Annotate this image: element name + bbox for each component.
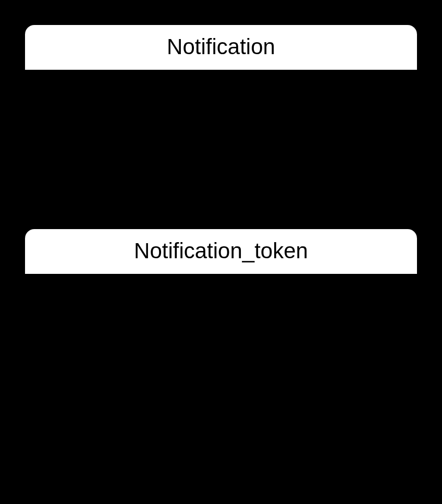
entity-notification-token: Notification_token: [25, 229, 417, 482]
entity-notification-token-header: Notification_token: [25, 229, 417, 274]
entity-notification-header: Notification: [25, 25, 417, 70]
entity-notification-token-title: Notification_token: [134, 238, 308, 263]
entity-notification-body: [25, 70, 417, 221]
entity-notification-token-body: [25, 274, 417, 482]
entity-notification: Notification: [25, 25, 417, 221]
entity-notification-title: Notification: [167, 34, 275, 59]
